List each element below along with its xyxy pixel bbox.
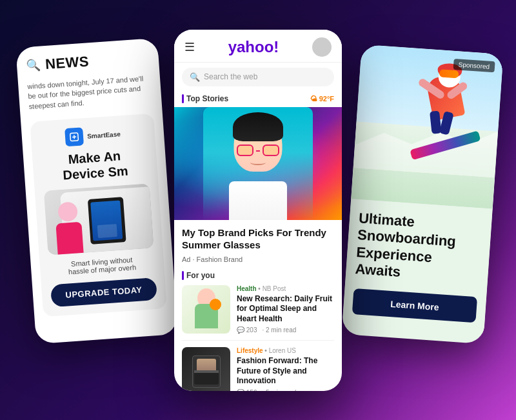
for-you-section: For you Health xyxy=(174,268,342,391)
smart-ease-brand-name: SmartEase xyxy=(87,130,121,139)
smart-ease-brand-icon xyxy=(64,127,84,146)
user-avatar[interactable] xyxy=(312,37,332,57)
search-icon: 🔍 xyxy=(190,72,200,82)
purple-accent-bar xyxy=(182,94,184,103)
article-stats-health: 💬 203 · 2 min read xyxy=(237,326,334,334)
yahoo-search-bar[interactable]: 🔍 Search the web xyxy=(182,68,334,86)
article-card-health[interactable]: Health • NB Post New Research: Daily Fru… xyxy=(182,285,334,341)
for-you-label: For you xyxy=(182,271,334,280)
search-icon[interactable]: 🔍 xyxy=(25,57,40,72)
news-body-text: winds down tonight, July 17 and we'll be… xyxy=(27,73,153,111)
article-thumb-health xyxy=(182,285,230,334)
snowboard-content: Ultimate Snowboarding Experience Awaits … xyxy=(342,199,493,333)
article-source-health: Health • NB Post xyxy=(237,285,334,292)
phones-container: 🔍 NEWS winds down tonight, July 17 and w… xyxy=(13,17,503,404)
article-headline-lifestyle: Fashion Forward: The Future of Style and… xyxy=(237,356,334,386)
temperature-badge: 🌤92°F xyxy=(310,95,334,103)
smart-ease-headline: Make An Device Sm xyxy=(61,147,128,183)
phone-right: Sponsored xyxy=(342,44,504,343)
yahoo-hero-image xyxy=(174,107,342,220)
hero-article-meta: Ad · Fashion Brand xyxy=(174,254,342,268)
news-header: 🔍 NEWS xyxy=(25,48,150,74)
menu-icon[interactable]: ☰ xyxy=(184,40,195,54)
yahoo-header: ☰ yahoo! xyxy=(174,30,342,63)
learn-more-button[interactable]: Learn More xyxy=(352,288,477,322)
snowboard-headline: Ultimate Snowboarding Experience Awaits xyxy=(355,210,483,286)
smart-ease-image xyxy=(44,183,154,255)
upgrade-button[interactable]: UPGRADE TODAY xyxy=(50,277,157,307)
article-card-lifestyle[interactable]: Lifestyle • Loren US Fashion Forward: Th… xyxy=(182,347,334,390)
phone-center: ☰ yahoo! 🔍 Search the web Top Stories 🌤9… xyxy=(174,30,342,391)
smart-ease-subtext: Smart living without hassle of major ove… xyxy=(68,255,137,275)
smart-ease-logo: SmartEase xyxy=(64,125,121,146)
smart-ease-card: SmartEase Make An Device Sm xyxy=(30,113,167,317)
yahoo-logo: yahoo! xyxy=(228,38,279,56)
phone-left: 🔍 NEWS winds down tonight, July 17 and w… xyxy=(15,37,178,343)
article-headline-health: New Research: Daily Fruit for Optimal Sl… xyxy=(237,294,334,325)
search-placeholder: Search the web xyxy=(204,72,257,81)
top-stories-label: Top Stories xyxy=(182,94,228,103)
article-stats-lifestyle: 💬 156 · 5 min read xyxy=(237,389,334,390)
article-content-lifestyle: Lifestyle • Loren US Fashion Forward: Th… xyxy=(237,347,334,390)
top-stories-bar: Top Stories 🌤92°F xyxy=(174,92,342,107)
article-content-health: Health • NB Post New Research: Daily Fru… xyxy=(237,285,334,334)
article-source-lifestyle: Lifestyle • Loren US xyxy=(237,347,334,354)
purple-accent-bar-2 xyxy=(182,271,184,280)
news-title: NEWS xyxy=(45,53,90,73)
article-thumb-fashion xyxy=(182,347,230,390)
hero-article-title[interactable]: My Top Brand Picks For Trendy Summer Gla… xyxy=(174,220,342,254)
